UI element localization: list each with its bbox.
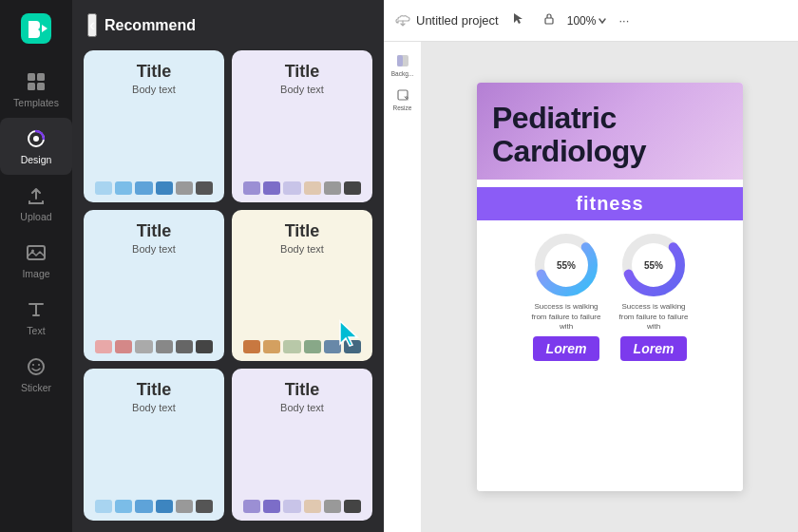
slide-title-line2: Cardiology bbox=[492, 135, 728, 168]
sidebar-item-image[interactable]: Image bbox=[0, 232, 72, 289]
sidebar-item-design-label: Design bbox=[21, 154, 52, 165]
card-3-title: Title bbox=[137, 221, 172, 241]
card-3-body: Body text bbox=[132, 243, 176, 255]
zoom-control[interactable]: 100% bbox=[567, 14, 608, 28]
slide-header: Pediatric Cardiology bbox=[477, 83, 743, 180]
chart-1-desc: Success is walking from failure to failu… bbox=[528, 302, 604, 332]
canvas-workspace: Backg... Resize Pediatric Cardiology bbox=[384, 42, 798, 532]
template-card-4[interactable]: Title Body text bbox=[232, 210, 372, 362]
image-icon bbox=[25, 241, 48, 264]
more-options-btn[interactable]: ··· bbox=[613, 10, 635, 31]
donut-chart-1: 55% bbox=[533, 232, 599, 298]
background-icon bbox=[395, 53, 410, 68]
template-icon bbox=[25, 70, 48, 93]
sidebar-item-upload-label: Upload bbox=[20, 211, 51, 222]
project-title: Untitled project bbox=[416, 13, 499, 28]
template-card-1[interactable]: Title Body text bbox=[84, 50, 224, 202]
chart-2: 55% Success is walking from failure to f… bbox=[616, 232, 692, 360]
upload-icon bbox=[25, 184, 48, 207]
template-card-2[interactable]: Title Body text bbox=[232, 50, 372, 202]
card-6-body: Body text bbox=[280, 402, 324, 413]
card-4-swatches bbox=[243, 340, 361, 353]
canvas-content: Pediatric Cardiology fitness bbox=[422, 42, 798, 532]
template-card-6[interactable]: Title Body text bbox=[232, 369, 372, 521]
slide-preview: Pediatric Cardiology fitness bbox=[477, 83, 743, 491]
donut-chart-2: 55% bbox=[620, 232, 687, 298]
sticker-icon bbox=[25, 355, 48, 378]
card-4-body: Body text bbox=[280, 243, 324, 255]
card-1-body: Body text bbox=[132, 84, 176, 95]
card-2-swatches bbox=[243, 181, 361, 195]
chart-1-label: 55% bbox=[557, 260, 576, 271]
chart-2-label: 55% bbox=[644, 260, 663, 271]
slide-banner: fitness bbox=[477, 187, 743, 220]
svg-point-11 bbox=[38, 364, 40, 366]
card-3-swatches bbox=[95, 340, 213, 353]
design-icon bbox=[25, 127, 48, 150]
slide-body: 55% Success is walking from failure to f… bbox=[477, 220, 743, 491]
recommend-panel: ‹ Recommend Title Body text Title Body t… bbox=[72, 0, 384, 532]
svg-rect-1 bbox=[28, 73, 35, 81]
cloud-icon bbox=[395, 13, 410, 28]
svg-rect-7 bbox=[28, 246, 45, 259]
lorem-btn-1: Lorem bbox=[533, 336, 600, 361]
templates-grid: Title Body text Title Body text bbox=[72, 50, 384, 532]
card-2-body: Body text bbox=[280, 84, 324, 95]
card-4-title: Title bbox=[285, 221, 320, 241]
charts-row: 55% Success is walking from failure to f… bbox=[488, 232, 732, 360]
sidebar-item-templates-label: Templates bbox=[13, 97, 59, 108]
app-logo bbox=[19, 11, 53, 46]
lock-btn[interactable] bbox=[537, 9, 561, 32]
slide-title-line1: Pediatric bbox=[492, 102, 728, 135]
svg-rect-14 bbox=[397, 55, 403, 66]
svg-rect-12 bbox=[545, 18, 553, 24]
card-2-title: Title bbox=[285, 62, 320, 82]
resize-icon bbox=[395, 87, 410, 103]
svg-rect-3 bbox=[28, 83, 35, 90]
resize-tool-btn[interactable]: Resize bbox=[388, 84, 418, 114]
sidebar-item-sticker[interactable]: Sticker bbox=[0, 346, 72, 403]
canvas-topbar: Untitled project 100% ··· bbox=[384, 0, 798, 42]
sidebar-item-sticker-label: Sticker bbox=[21, 382, 51, 393]
sidebar: Templates Design Upload bbox=[0, 0, 72, 532]
svg-rect-2 bbox=[37, 73, 45, 81]
card-6-title: Title bbox=[285, 380, 320, 400]
background-label: Backg... bbox=[391, 70, 413, 77]
chart-1: 55% Success is walking from failure to f… bbox=[528, 232, 604, 360]
svg-point-6 bbox=[33, 136, 39, 142]
template-card-3[interactable]: Title Body text bbox=[84, 210, 224, 362]
svg-point-9 bbox=[28, 359, 44, 374]
svg-rect-4 bbox=[37, 83, 45, 90]
card-5-swatches bbox=[95, 500, 213, 513]
chevron-down-icon bbox=[598, 16, 607, 26]
card-6-swatches bbox=[243, 500, 361, 513]
card-5-title: Title bbox=[137, 380, 172, 400]
panel-header: ‹ Recommend bbox=[72, 0, 384, 50]
canvas-controls: 100% ··· bbox=[506, 9, 636, 32]
zoom-level: 100% bbox=[567, 14, 597, 28]
back-button[interactable]: ‹ bbox=[87, 13, 97, 37]
slide-main-title: Pediatric Cardiology bbox=[492, 102, 728, 168]
template-card-5[interactable]: Title Body text bbox=[84, 369, 224, 521]
select-tool-btn[interactable] bbox=[506, 9, 531, 32]
sidebar-item-templates[interactable]: Templates bbox=[0, 61, 72, 118]
sidebar-item-text[interactable]: Text bbox=[0, 289, 72, 346]
canvas-tools-sidebar: Backg... Resize bbox=[384, 42, 422, 532]
card-5-body: Body text bbox=[132, 402, 176, 413]
sidebar-item-image-label: Image bbox=[22, 268, 49, 279]
svg-point-10 bbox=[32, 364, 34, 366]
text-icon bbox=[25, 298, 48, 321]
sidebar-item-text-label: Text bbox=[27, 325, 45, 336]
card-1-title: Title bbox=[137, 62, 172, 82]
background-tool-btn[interactable]: Backg... bbox=[388, 49, 418, 80]
card-1-swatches bbox=[95, 181, 213, 195]
chart-2-desc: Success is walking from failure to failu… bbox=[616, 302, 692, 332]
canvas-panel: Untitled project 100% ··· bbox=[384, 0, 798, 532]
sidebar-item-upload[interactable]: Upload bbox=[0, 175, 72, 232]
panel-title: Recommend bbox=[104, 17, 196, 34]
resize-label: Resize bbox=[393, 104, 412, 111]
lorem-btn-2: Lorem bbox=[620, 336, 688, 361]
sidebar-item-design[interactable]: Design bbox=[0, 118, 72, 175]
